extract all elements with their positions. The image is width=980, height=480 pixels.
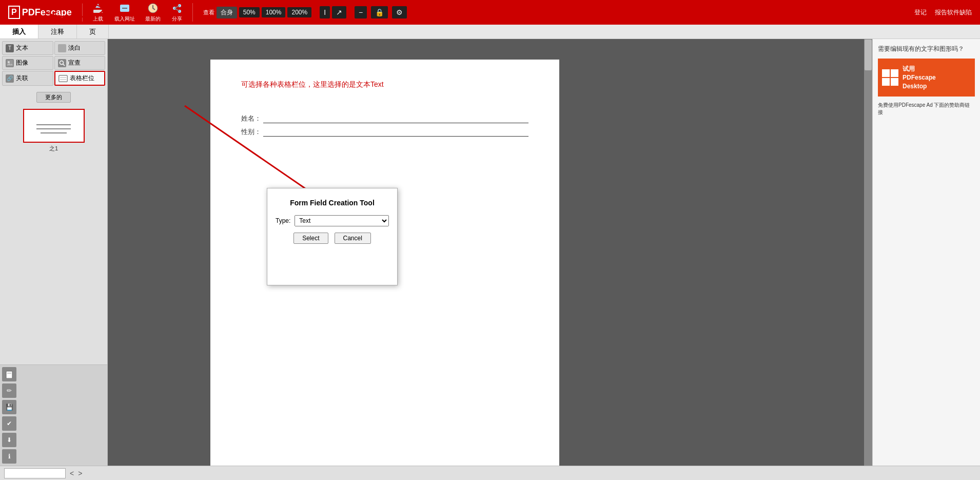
latest-button[interactable]: 最新的 bbox=[142, 1, 164, 24]
svg-point-13 bbox=[60, 61, 63, 64]
tab-page[interactable]: 页 bbox=[77, 25, 109, 39]
sidebar-download-icon[interactable]: ⬇ bbox=[2, 433, 16, 447]
login-link[interactable]: 登记 bbox=[914, 8, 927, 17]
lock-button[interactable]: 🔒 bbox=[371, 6, 388, 18]
zoom-200-button[interactable]: 200% bbox=[287, 7, 311, 17]
page-num-label: 之1 bbox=[4, 145, 103, 152]
text-tool-label: 文本 bbox=[16, 44, 28, 52]
svg-rect-18 bbox=[6, 371, 12, 378]
vertical-scrollbar[interactable] bbox=[864, 39, 872, 466]
ad-top-text: 需要编辑现有的文字和图形吗？ bbox=[878, 44, 975, 53]
dialog-title: Form Field Creation Tool bbox=[276, 199, 389, 207]
sidebar-save-icon[interactable]: 💾 bbox=[2, 400, 16, 414]
thumb-line-3 bbox=[41, 132, 66, 133]
search-input[interactable] bbox=[4, 468, 66, 478]
page-thumbnail-1[interactable] bbox=[23, 109, 85, 143]
dialog-type-select[interactable]: Text Checkbox Radio Button Dropdown List… bbox=[295, 215, 389, 226]
sidebar-edit-icon[interactable]: ✏ bbox=[2, 383, 16, 398]
left-panel: T 文本 淡白 图像 宣查 bbox=[0, 39, 108, 466]
form-field-tool-icon bbox=[58, 75, 68, 82]
right-ad-panel: 需要编辑现有的文字和图形吗？ 试用PDFescapeDesktop 免费使用PD… bbox=[872, 39, 980, 466]
svg-rect-15 bbox=[59, 75, 67, 82]
thumbnail-content bbox=[28, 114, 80, 138]
scrollbar-thumb[interactable] bbox=[865, 40, 872, 70]
next-page-button[interactable]: > bbox=[78, 469, 82, 477]
sidebar-new-icon[interactable] bbox=[2, 367, 16, 381]
insert-url-label: 载入网址 bbox=[114, 15, 135, 23]
image-tool-icon bbox=[6, 59, 14, 67]
link-tool-icon: 🔗 bbox=[6, 74, 14, 83]
share-label: 分享 bbox=[172, 15, 182, 23]
share-button[interactable]: 分享 bbox=[168, 1, 186, 24]
report-link[interactable]: 报告软件缺陷 bbox=[935, 8, 972, 17]
tab-annotate[interactable]: 注释 bbox=[38, 25, 77, 39]
svg-line-14 bbox=[63, 64, 65, 66]
zoom-50-button[interactable]: 50% bbox=[239, 7, 260, 17]
tool-whiteout[interactable]: 淡白 bbox=[54, 41, 106, 55]
form-field-tool-label: 表格栏位 bbox=[70, 74, 94, 83]
minus-button[interactable]: − bbox=[355, 6, 367, 18]
whiteout-tool-icon bbox=[58, 44, 66, 52]
whiteout-tool-label: 淡白 bbox=[68, 44, 81, 52]
pdf-form-row-gender: 性别： bbox=[241, 127, 528, 137]
pdf-form-label-gender: 性别： bbox=[241, 127, 261, 137]
top-toolbar: P PDFescape 上载 载入网址 最新的 分享 查看 合身 50% 100… bbox=[0, 0, 980, 25]
form-field-dialog: Form Field Creation Tool Type: Text Chec… bbox=[267, 188, 398, 285]
page-thumbnail-area: 之1 bbox=[0, 105, 107, 364]
pointer-cursor-button[interactable]: ↗ bbox=[332, 6, 346, 18]
share-icon bbox=[171, 2, 183, 14]
latest-label: 最新的 bbox=[145, 15, 161, 23]
logo-icon: P bbox=[8, 6, 20, 19]
cursor-tools: I ↗ bbox=[320, 6, 346, 18]
latest-icon bbox=[147, 2, 159, 14]
svg-rect-10 bbox=[7, 60, 13, 66]
sidebar-check-icon[interactable]: ✔ bbox=[2, 416, 16, 431]
tool-text[interactable]: T 文本 bbox=[2, 41, 53, 55]
view-label: 查看 bbox=[203, 9, 214, 16]
right-toolbar: − 🔒 ⚙ bbox=[355, 6, 407, 18]
pdf-form-line-name bbox=[263, 114, 528, 123]
more-button[interactable]: 更多的 bbox=[36, 92, 71, 103]
insert-url-icon bbox=[119, 2, 131, 14]
bottom-bar: < > bbox=[0, 466, 980, 480]
tool-form-field[interactable]: 表格栏位 bbox=[54, 71, 106, 86]
upload-button[interactable]: 上载 bbox=[89, 1, 107, 24]
text-cursor-button[interactable]: I bbox=[320, 6, 330, 18]
main-layout: T 文本 淡白 图像 宣查 bbox=[0, 39, 980, 466]
svg-line-9 bbox=[174, 8, 180, 11]
tool-find[interactable]: 宣查 bbox=[54, 56, 106, 70]
logo-text: PDFescape bbox=[22, 7, 72, 18]
dialog-select-button[interactable]: Select bbox=[293, 233, 328, 244]
dialog-cancel-button[interactable]: Cancel bbox=[335, 233, 371, 244]
ad-bottom-text: 免费使用PDFescape Ad 下面的赞助商链接 bbox=[878, 102, 975, 116]
text-tool-icon: T bbox=[6, 44, 14, 52]
pdf-content: 可选择各种表格栏位，这里选择的是文本Text 姓名： 性别： bbox=[210, 60, 559, 161]
fit-button[interactable]: 合身 bbox=[217, 7, 237, 18]
tab-insert[interactable]: 插入 bbox=[0, 25, 38, 39]
svg-marker-1 bbox=[95, 4, 101, 8]
dialog-type-label: Type: bbox=[276, 217, 290, 224]
windows-icon bbox=[882, 69, 898, 86]
sidebar-info-icon[interactable]: ℹ bbox=[2, 449, 16, 464]
toolbar-separator-1 bbox=[82, 3, 83, 22]
tab-bar: 插入 注释 页 bbox=[0, 25, 980, 39]
pdf-form-label-name: 姓名： bbox=[241, 114, 261, 123]
thumb-line-1 bbox=[36, 124, 71, 125]
top-right-links: 登记 报告软件缺陷 bbox=[914, 0, 972, 25]
tool-link[interactable]: 🔗 关联 bbox=[2, 71, 53, 86]
win-square-1 bbox=[882, 69, 890, 77]
win-square-2 bbox=[891, 69, 898, 77]
link-tool-label: 关联 bbox=[16, 74, 28, 83]
find-tool-label: 宣查 bbox=[68, 59, 81, 67]
ad-box[interactable]: 试用PDFescapeDesktop bbox=[878, 59, 975, 97]
pdf-form-row-name: 姓名： bbox=[241, 114, 528, 123]
ad-title: 试用PDFescapeDesktop bbox=[903, 65, 936, 90]
tool-image[interactable]: 图像 bbox=[2, 56, 53, 70]
settings-button[interactable]: ⚙ bbox=[392, 6, 407, 18]
svg-point-11 bbox=[8, 61, 10, 63]
prev-page-button[interactable]: < bbox=[70, 469, 74, 477]
svg-rect-0 bbox=[93, 10, 103, 13]
zoom-100-button[interactable]: 100% bbox=[262, 7, 286, 17]
win-square-4 bbox=[891, 78, 898, 86]
insert-url-button[interactable]: 载入网址 bbox=[111, 1, 138, 24]
